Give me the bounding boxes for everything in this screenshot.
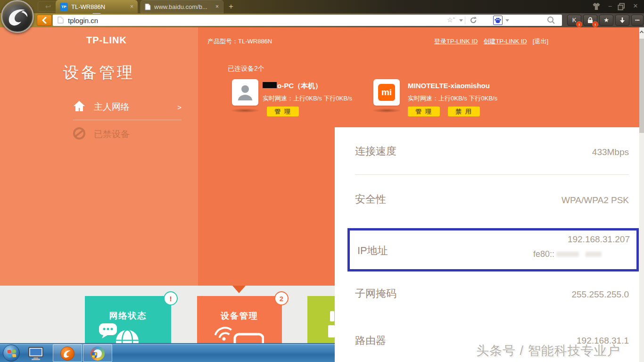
security-app-taskbar-button[interactable] <box>83 344 112 362</box>
page-icon <box>58 16 64 24</box>
ipv4-value: 192.168.31.207 <box>568 234 630 245</box>
windows-flag-icon <box>8 350 17 358</box>
globe-chat-icon <box>98 323 143 343</box>
tile-label: 网络状态 <box>85 310 171 321</box>
selected-tab-pointer <box>232 286 246 293</box>
ip-address-highlight-box: IP地址 192.168.31.207 fe80:: <box>347 228 639 272</box>
device-icon-xiaomi: mi <box>373 79 400 106</box>
cheetah-browser-taskbar-button[interactable] <box>53 344 82 362</box>
baidu-paw-icon[interactable] <box>493 16 503 25</box>
device-speed: 实时网速：上行0KB/s 下行0KB/s <box>408 94 497 103</box>
page-favicon <box>145 3 151 10</box>
account-links: 登录TP-LINK ID 创建TP-LINK ID [退出] <box>434 37 548 46</box>
subnet-mask-value: 255.255.255.0 <box>571 289 629 300</box>
tab-close-icon[interactable]: × <box>215 3 219 10</box>
address-bar[interactable]: tplogin.cn ☆+ <box>53 15 562 26</box>
logout-link[interactable]: [退出] <box>533 37 548 46</box>
product-model-label: 产品型号：TL-WR886N <box>207 37 272 46</box>
manage-button[interactable]: 管 理 <box>267 107 299 116</box>
chevron-right-icon: > <box>177 103 182 111</box>
bookmark-add-icon[interactable]: ☆+ <box>447 16 455 24</box>
alert-badge: ! <box>164 291 178 305</box>
blurred-text <box>556 252 579 257</box>
sidebar-divider <box>73 120 182 120</box>
tab-router-admin[interactable]: TP TL-WR886N × <box>56 0 138 13</box>
tab-title: www.baidu.com/b... <box>154 3 211 10</box>
skin-shirt-icon[interactable] <box>590 2 603 10</box>
page-title: 设备管理 <box>24 62 174 83</box>
create-tplink-id-link[interactable]: 创建TP-LINK ID <box>483 37 527 46</box>
url-text: tplogin.cn <box>68 16 98 25</box>
device-name: o-PC（本机） <box>263 82 322 90</box>
person-icon <box>232 79 258 106</box>
device-speed: 实时网速：上行0KB/s 下行0KB/s <box>263 94 352 103</box>
clipped-label-fragment <box>330 311 334 321</box>
device-detail-panel: 连接速度 433Mbps 安全性 WPA/WPA2 PSK IP地址 192.1… <box>335 127 639 362</box>
login-tplink-id-link[interactable]: 登录TP-LINK ID <box>434 37 478 46</box>
device-icon-pc <box>232 79 258 106</box>
favorites-button[interactable]: ★ <box>599 15 613 26</box>
download-button[interactable] <box>615 15 629 26</box>
device-shadow <box>231 108 260 113</box>
redaction-bar <box>263 82 277 88</box>
manage-button[interactable]: 管 理 <box>408 107 440 116</box>
connection-speed-value: 433Mbps <box>592 147 629 157</box>
mi-logo-icon: mi <box>378 84 395 101</box>
sidebar-item-label: 主人网络 <box>94 101 130 113</box>
restore-button[interactable] <box>616 2 627 10</box>
watermark: 头条号 / 智能科技专业户 <box>476 342 639 359</box>
refresh-icon[interactable] <box>470 16 477 24</box>
nav-tile-device-management[interactable]: 设备管理 <box>197 296 282 343</box>
scroll-up-icon[interactable] <box>639 30 644 34</box>
detail-label: IP地址 <box>357 244 388 258</box>
nav-tile-network-status[interactable]: 网络状态 <box>85 296 171 343</box>
tab-baidu[interactable]: www.baidu.com/b... × <box>140 0 223 13</box>
clipped-icon-fragment <box>328 325 335 337</box>
menu-dots-button[interactable]: ••• <box>631 15 644 26</box>
sidebar-item-main-network[interactable]: 主人网络 > <box>73 99 182 115</box>
detail-label: 连接速度 <box>355 144 396 158</box>
device-name: MINOTELTE-xiaomishou <box>408 82 490 90</box>
connected-devices-count: 已连设备2个 <box>228 65 264 73</box>
tplink-favicon: TP <box>60 3 68 11</box>
start-button[interactable] <box>3 345 20 362</box>
wifi-device-icon <box>212 322 264 343</box>
tile-label: 设备管理 <box>197 310 282 321</box>
browser-toolbar: tplogin.cn ☆+ K ! ! ★ ••• <box>0 13 644 27</box>
device-shadow <box>372 108 401 113</box>
browser-titlebar: ↩ TP TL-WR886N × www.baidu.com/b... × + … <box>0 0 644 13</box>
sidebar-item-label: 已禁设备 <box>94 128 130 140</box>
cheetah-browser-icon <box>60 346 74 361</box>
scrollbar-thumb[interactable] <box>639 39 644 133</box>
new-tab-button[interactable]: + <box>226 2 236 11</box>
security-value: WPA/WPA2 PSK <box>561 195 629 206</box>
uac-shield-icon <box>91 352 97 358</box>
screen: TP-LINK 产品型号：TL-WR886N 登录TP-LINK ID 创建TP… <box>0 0 644 362</box>
tab-close-icon[interactable]: × <box>130 3 133 10</box>
search-engine-dropdown-icon[interactable] <box>505 19 509 22</box>
row-divider <box>355 174 629 175</box>
page-scrollbar[interactable] <box>639 27 644 362</box>
detail-label: 路由器 <box>355 334 386 348</box>
minimize-button[interactable]: – <box>605 2 615 10</box>
home-icon <box>73 100 89 114</box>
tplink-logo: TP-LINK <box>86 35 127 46</box>
blurred-text <box>586 252 602 257</box>
close-window-button[interactable]: ✕ <box>629 2 642 10</box>
back-button[interactable] <box>37 15 52 26</box>
toolbar-divider <box>465 16 465 24</box>
explorer-taskbar-icon[interactable] <box>27 346 44 361</box>
search-icon[interactable] <box>547 16 555 25</box>
alert-badge: ! <box>576 21 582 27</box>
tab-title: TL-WR886N <box>71 3 126 10</box>
detail-label: 安全性 <box>355 192 386 206</box>
detail-label: 子网掩码 <box>355 287 396 301</box>
ipv6-value: fe80:: <box>533 249 602 259</box>
disable-button[interactable]: 禁 用 <box>448 107 480 116</box>
ban-icon <box>73 127 89 142</box>
alert-badge: ! <box>592 21 598 27</box>
cheetah-browser-logo[interactable] <box>1 0 34 33</box>
count-badge: 2 <box>274 291 289 305</box>
sidebar-item-disabled-devices[interactable]: 已禁设备 <box>73 126 182 142</box>
bookmark-dropdown-icon[interactable] <box>459 19 463 22</box>
